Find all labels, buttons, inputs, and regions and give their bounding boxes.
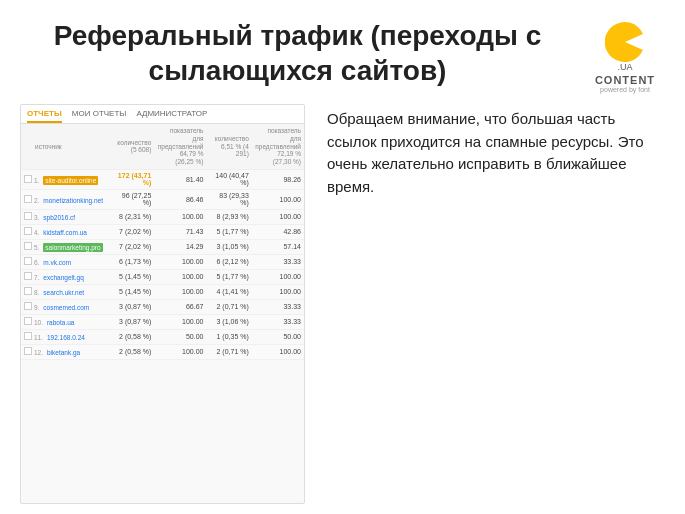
- table-cell-v3: 1 (0,35 %): [206, 329, 251, 344]
- table-cell-v4: 100.00: [252, 269, 304, 284]
- table-cell-v4: 42.86: [252, 224, 304, 239]
- row-site-link[interactable]: kidstaff.com.ua: [43, 229, 87, 236]
- row-site-link[interactable]: rabota.ua: [47, 319, 74, 326]
- table-cell-v3: 2 (0,71 %): [206, 299, 251, 314]
- table-cell-v4: 100.00: [252, 344, 304, 359]
- row-checkbox[interactable]: [24, 302, 32, 310]
- row-checkbox[interactable]: [24, 242, 32, 250]
- table-row: 1. site-auditor.online172 (43,71 %)81.40…: [21, 169, 304, 189]
- row-checkbox[interactable]: [24, 257, 32, 265]
- table-cell-v4: 33.33: [252, 299, 304, 314]
- row-site-link[interactable]: monetizationking.net: [43, 197, 103, 204]
- nav-item-reports[interactable]: ОТЧЕТЫ: [27, 109, 62, 123]
- table-cell-v1: 3 (0,87 %): [109, 314, 154, 329]
- row-number: 9.: [34, 304, 39, 311]
- table-cell-v1: 5 (1,45 %): [109, 269, 154, 284]
- table-cell-v1: 96 (27,25 %): [109, 189, 154, 209]
- table-cell-v4: 33.33: [252, 254, 304, 269]
- title-area: Реферальный трафик (переходы с сылающихс…: [20, 18, 585, 96]
- table-cell-v3: 140 (40,47 %): [206, 169, 251, 189]
- row-number: 4.: [34, 229, 39, 236]
- text-panel: Обращаем внимание, что большая часть ссы…: [305, 104, 665, 504]
- row-number: 5.: [34, 244, 39, 251]
- table-cell-v2: 100.00: [154, 314, 206, 329]
- table-row: 7. exchangelt.gq5 (1,45 %)100.005 (1,77 …: [21, 269, 304, 284]
- table-cell-v1: 2 (0,58 %): [109, 329, 154, 344]
- content-area: ОТЧЕТЫ МОИ ОТЧЕТЫ АДМИНИСТРАТОР источник…: [20, 104, 665, 504]
- row-site-link[interactable]: m.vk.com: [43, 259, 71, 266]
- table-cell-v2: 66.67: [154, 299, 206, 314]
- table-cell-v3: 5 (1,77 %): [206, 224, 251, 239]
- row-checkbox[interactable]: [24, 272, 32, 280]
- col-header-count: количество(5 608): [109, 124, 154, 169]
- row-number: 2.: [34, 197, 39, 204]
- table-header-row: источник количество(5 608) показатель дл…: [21, 124, 304, 169]
- table-body: 1. site-auditor.online172 (43,71 %)81.40…: [21, 169, 304, 359]
- row-checkbox[interactable]: [24, 317, 32, 325]
- nav-item-admin[interactable]: АДМИНИСТРАТОР: [136, 109, 207, 123]
- row-site-link[interactable]: search.ukr.net: [43, 289, 84, 296]
- row-checkbox[interactable]: [24, 287, 32, 295]
- table-cell-v2: 100.00: [154, 254, 206, 269]
- main-container: Реферальный трафик (переходы с сылающихс…: [0, 0, 685, 514]
- table-cell-v2: 50.00: [154, 329, 206, 344]
- logo-area: .UA CONTENT powered by font: [585, 18, 665, 93]
- table-cell-v2: 86.46: [154, 189, 206, 209]
- row-checkbox[interactable]: [24, 227, 32, 235]
- col-header-source: источник: [21, 124, 109, 169]
- table-cell-site: 11. 192.168.0.24: [21, 329, 109, 344]
- table-row: 11. 192.168.0.242 (0,58 %)50.001 (0,35 %…: [21, 329, 304, 344]
- analytics-table: источник количество(5 608) показатель дл…: [21, 124, 304, 360]
- row-number: 3.: [34, 214, 39, 221]
- table-cell-v2: 100.00: [154, 209, 206, 224]
- pacman-logo-icon: [605, 22, 645, 62]
- table-cell-v4: 33.33: [252, 314, 304, 329]
- row-number: 10.: [34, 319, 43, 326]
- row-site-link[interactable]: exchangelt.gq: [43, 274, 83, 281]
- row-site-link[interactable]: site-auditor.online: [43, 176, 98, 185]
- table-cell-v3: 4 (1,41 %): [206, 284, 251, 299]
- row-site-link[interactable]: 192.168.0.24: [47, 334, 85, 341]
- description-text: Обращаем внимание, что большая часть ссы…: [327, 108, 665, 198]
- table-cell-v1: 3 (0,87 %): [109, 299, 154, 314]
- row-checkbox[interactable]: [24, 195, 32, 203]
- table-cell-v4: 100.00: [252, 209, 304, 224]
- row-site-link[interactable]: salonmarketing.pro: [43, 243, 102, 252]
- table-cell-site: 1. site-auditor.online: [21, 169, 109, 189]
- table-cell-site: 6. m.vk.com: [21, 254, 109, 269]
- table-cell-v3: 3 (1,05 %): [206, 239, 251, 254]
- col-header-count2: количество6,51 % (4 291): [206, 124, 251, 169]
- table-row: 4. kidstaff.com.ua7 (2,02 %)71.435 (1,77…: [21, 224, 304, 239]
- row-number: 7.: [34, 274, 39, 281]
- table-cell-v3: 8 (2,93 %): [206, 209, 251, 224]
- table-cell-v4: 100.00: [252, 284, 304, 299]
- row-checkbox[interactable]: [24, 347, 32, 355]
- table-cell-v3: 5 (1,77 %): [206, 269, 251, 284]
- row-number: 8.: [34, 289, 39, 296]
- row-checkbox[interactable]: [24, 332, 32, 340]
- table-cell-v4: 98.26: [252, 169, 304, 189]
- table-cell-v1: 2 (0,58 %): [109, 344, 154, 359]
- logo-ua-text: .UA: [617, 62, 632, 72]
- table-cell-site: 8. search.ukr.net: [21, 284, 109, 299]
- table-cell-v1: 8 (2,31 %): [109, 209, 154, 224]
- row-site-link[interactable]: spb2016.cf: [43, 214, 75, 221]
- table-cell-v2: 14.29: [154, 239, 206, 254]
- table-cell-v4: 50.00: [252, 329, 304, 344]
- table-cell-v2: 81.40: [154, 169, 206, 189]
- analytics-table-wrapper: источник количество(5 608) показатель дл…: [21, 124, 304, 360]
- nav-item-my-reports[interactable]: МОИ ОТЧЕТЫ: [72, 109, 127, 123]
- row-checkbox[interactable]: [24, 175, 32, 183]
- row-number: 11.: [34, 334, 43, 341]
- table-cell-v3: 3 (1,06 %): [206, 314, 251, 329]
- row-site-link[interactable]: cosmemed.com: [43, 304, 89, 311]
- table-cell-v2: 100.00: [154, 284, 206, 299]
- table-row: 6. m.vk.com6 (1,73 %)100.006 (2,12 %)33.…: [21, 254, 304, 269]
- logo-powered-text: powered by font: [600, 86, 650, 93]
- table-cell-site: 2. monetizationking.net: [21, 189, 109, 209]
- table-cell-v1: 172 (43,71 %): [109, 169, 154, 189]
- table-cell-site: 4. kidstaff.com.ua: [21, 224, 109, 239]
- row-checkbox[interactable]: [24, 212, 32, 220]
- table-cell-site: 3. spb2016.cf: [21, 209, 109, 224]
- row-site-link[interactable]: biketank.ga: [47, 349, 80, 356]
